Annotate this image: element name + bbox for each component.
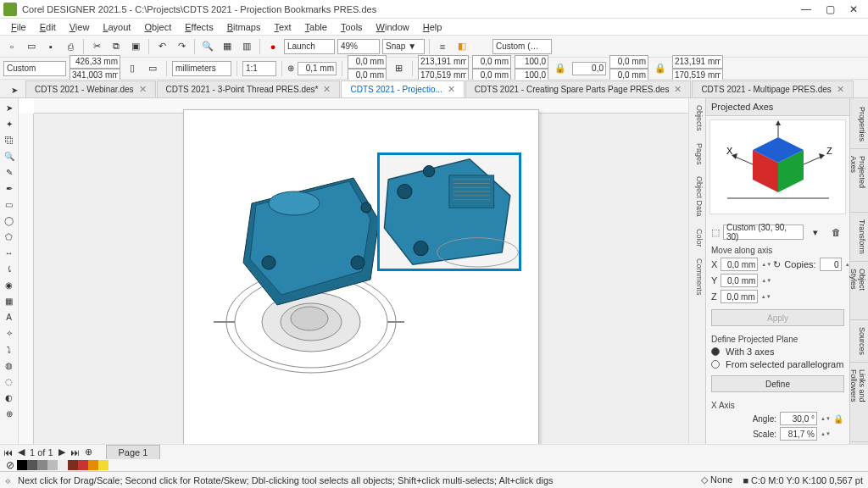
menu-file[interactable]: File xyxy=(5,20,32,34)
search-icon[interactable]: 🔍 xyxy=(199,38,216,55)
snap-icon[interactable]: ▥ xyxy=(238,38,255,55)
menu-layout[interactable]: Layout xyxy=(97,20,136,34)
polygon-icon[interactable]: ⬠ xyxy=(2,229,17,244)
docker-color[interactable]: Color xyxy=(689,224,705,252)
palette2-icon[interactable] xyxy=(473,38,490,55)
page-tab[interactable]: Page 1 xyxy=(106,445,161,460)
zoom-combo[interactable]: 49% xyxy=(337,39,380,54)
paste-icon[interactable]: ▣ xyxy=(127,38,144,55)
menu-edit[interactable]: Edit xyxy=(34,20,62,34)
delete-preset-icon[interactable]: 🗑 xyxy=(827,224,844,241)
g5a[interactable] xyxy=(609,55,648,69)
define-button[interactable]: Define xyxy=(711,375,844,392)
snap-combo[interactable]: Snap ▼ xyxy=(382,39,425,54)
g1a[interactable] xyxy=(418,55,469,69)
record-icon[interactable]: ● xyxy=(264,38,281,55)
last-page-icon[interactable]: ⏭ xyxy=(70,447,80,458)
connector-icon[interactable]: ⤹ xyxy=(2,261,17,276)
portrait-icon[interactable]: ▯ xyxy=(124,60,141,77)
docker-comments[interactable]: Comments xyxy=(689,253,705,301)
menu-text[interactable]: Text xyxy=(268,20,297,34)
menu-window[interactable]: Window xyxy=(370,20,415,34)
preset-combo[interactable]: Custom (30, 90, 30) xyxy=(723,225,804,240)
swatch[interactable] xyxy=(27,460,37,470)
table-icon[interactable]: ▦ xyxy=(2,293,17,308)
units-combo[interactable]: millimeters xyxy=(172,61,231,76)
plus-icon[interactable]: ⊕ xyxy=(2,406,17,421)
undo-icon[interactable]: ↶ xyxy=(153,38,170,55)
rect-icon[interactable]: ▭ xyxy=(2,197,17,212)
nudge-input[interactable] xyxy=(298,62,337,75)
freehand-icon[interactable]: ✎ xyxy=(2,164,17,180)
prev-page-icon[interactable]: ◀ xyxy=(18,446,25,458)
swatch[interactable] xyxy=(98,460,108,470)
docker-object-styles[interactable]: Object Styles xyxy=(850,262,868,320)
swatch[interactable] xyxy=(37,460,47,470)
menu-view[interactable]: View xyxy=(64,20,96,34)
first-page-icon[interactable]: ⏮ xyxy=(3,447,13,458)
move-z[interactable] xyxy=(721,290,758,303)
document-tab[interactable]: CDTS 2021 - Multipage PRES.des✕ xyxy=(692,80,853,97)
docker-links-and-followers[interactable]: Links and Followers xyxy=(850,363,868,442)
swatch[interactable] xyxy=(88,460,98,470)
g2a[interactable] xyxy=(472,55,511,69)
minimize-icon[interactable]: — xyxy=(795,2,817,17)
page-width[interactable] xyxy=(70,55,120,69)
lock-icon[interactable]: 🔒 xyxy=(832,414,844,424)
pick-tool-icon[interactable]: ➤ xyxy=(7,82,22,97)
menu-help[interactable]: Help xyxy=(417,20,448,34)
close-tab-icon[interactable]: ✕ xyxy=(674,84,682,94)
radio-parallelogram[interactable] xyxy=(711,360,720,369)
rotate-icon[interactable]: ↻ xyxy=(773,259,781,270)
outline-icon[interactable]: ◌ xyxy=(2,374,17,389)
close-tab-icon[interactable]: ✕ xyxy=(837,84,844,94)
menu-tools[interactable]: Tools xyxy=(335,20,369,34)
landscape-icon[interactable]: ▭ xyxy=(144,60,161,77)
swatch[interactable] xyxy=(68,460,78,470)
transparency-icon[interactable]: ◐ xyxy=(2,390,17,405)
save-icon[interactable]: ▪ xyxy=(42,38,59,55)
launch-combo[interactable]: Launch xyxy=(284,39,335,54)
redo-icon[interactable]: ↷ xyxy=(173,38,190,55)
maximize-icon[interactable]: ▢ xyxy=(819,2,841,17)
add-page-icon[interactable]: ⊕ xyxy=(85,446,92,458)
color-palette[interactable] xyxy=(17,460,108,470)
copy-icon[interactable]: ⧉ xyxy=(108,38,125,55)
x-input[interactable] xyxy=(348,55,387,69)
grid-icon[interactable]: ▦ xyxy=(219,38,236,55)
dims-icon[interactable]: ↔ xyxy=(2,245,17,260)
menu-object[interactable]: Object xyxy=(138,20,177,34)
menu-effects[interactable]: Effects xyxy=(179,20,219,34)
ratio-combo[interactable]: 1:1 xyxy=(242,61,276,76)
docker-objects[interactable]: Objects xyxy=(689,100,705,136)
canvas[interactable] xyxy=(34,114,688,444)
palette-icon[interactable]: ◧ xyxy=(453,38,470,55)
lock-origin-icon[interactable]: ⊞ xyxy=(390,60,407,77)
docker-object-data[interactable]: Object Data xyxy=(689,171,705,222)
print-icon[interactable]: ⎙ xyxy=(62,38,79,55)
next-page-icon[interactable]: ▶ xyxy=(58,446,65,458)
new-icon[interactable]: ▫ xyxy=(3,38,20,55)
docker-properties[interactable]: Properties xyxy=(850,100,868,149)
menu-bitmaps[interactable]: Bitmaps xyxy=(221,20,267,34)
pick-icon[interactable]: ➤ xyxy=(2,100,17,115)
zoom-icon[interactable]: 🔍 xyxy=(2,148,17,164)
eyedrop-icon[interactable]: ⤵ xyxy=(2,341,17,357)
ellipse-icon[interactable]: ◯ xyxy=(2,213,17,228)
cut-icon[interactable]: ✂ xyxy=(88,38,105,55)
docker-transform[interactable]: Transform xyxy=(850,213,868,262)
ruler-vertical[interactable] xyxy=(19,114,34,444)
drawing-page[interactable] xyxy=(183,109,539,444)
custom-combo[interactable]: Custom (… xyxy=(492,39,552,54)
callout-icon[interactable]: ◉ xyxy=(2,277,17,292)
move-x[interactable] xyxy=(721,258,758,271)
docker-pages[interactable]: Pages xyxy=(689,138,705,170)
close-tab-icon[interactable]: ✕ xyxy=(323,84,331,94)
lock-scale-icon[interactable]: 🔒 xyxy=(552,60,569,77)
g3a[interactable] xyxy=(515,55,548,69)
crop-icon[interactable]: ⿻ xyxy=(2,132,17,147)
text-icon[interactable]: A xyxy=(2,309,17,324)
g6a[interactable] xyxy=(672,55,723,69)
document-tab[interactable]: CDTS 2021 - Webinar.des✕ xyxy=(25,80,156,97)
g4[interactable] xyxy=(572,62,606,75)
